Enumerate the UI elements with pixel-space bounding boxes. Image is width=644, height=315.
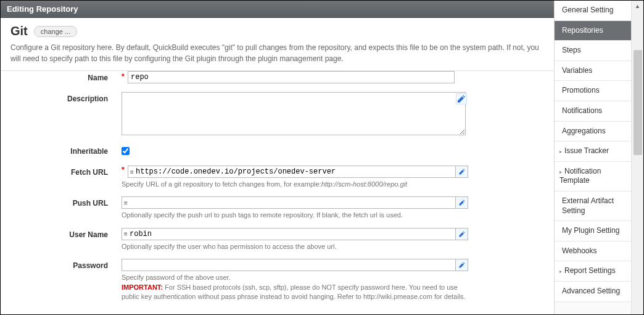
form-area: Name * Description	[1, 71, 554, 314]
edit-icon[interactable]	[456, 93, 467, 104]
repo-type-title: Git	[10, 24, 28, 38]
sidebar-item-advanced[interactable]: Advanced Setting	[555, 282, 631, 302]
edit-icon[interactable]	[456, 196, 468, 209]
sidebar-item-aggregations[interactable]: Aggregations	[555, 122, 631, 142]
sidebar-item-variables[interactable]: Variables	[555, 61, 631, 82]
edit-icon[interactable]	[456, 228, 468, 240]
push-url-label: Push URL	[1, 196, 117, 210]
sidebar-item-notifications[interactable]: Notifications	[555, 101, 631, 122]
scroll-up-icon[interactable]: ▲	[632, 1, 643, 12]
inheritable-label: Inheritable	[1, 145, 117, 158]
username-help: Optionally specify the user who has perm…	[122, 242, 467, 251]
sidebar-item-webhooks[interactable]: Webhooks	[555, 242, 631, 262]
sidebar-item-general[interactable]: General Setting	[555, 1, 631, 21]
sidebar-item-my-plugin[interactable]: My Plugin Setting	[555, 221, 631, 242]
sidebar-item-ext-artifact[interactable]: External Artifact Setting	[555, 191, 631, 221]
fetch-url-label: Fetch URL	[1, 166, 117, 179]
push-url-help: Optionally specify the push url to push …	[122, 211, 467, 220]
required-marker: *	[122, 166, 125, 174]
scrollbar-thumb[interactable]	[634, 50, 642, 155]
sidebar-item-steps[interactable]: Steps	[555, 41, 631, 61]
change-button[interactable]: change ...	[34, 26, 77, 37]
menu-icon: ≡	[128, 166, 136, 177]
sidebar-item-issue-tracker[interactable]: Issue Tracker	[555, 141, 631, 162]
sidebar: General SettingRepositoriesStepsVariable…	[554, 1, 631, 314]
menu-icon: ≡	[122, 197, 130, 208]
sidebar-item-repositories[interactable]: Repositories	[555, 21, 631, 41]
config-description: Configure a Git repository here. By defa…	[1, 42, 554, 71]
panel-header: Editing Repository	[1, 1, 554, 18]
sidebar-item-notif-template[interactable]: Notification Template	[555, 162, 631, 191]
scrollbar[interactable]: ▲	[631, 1, 643, 314]
username-input[interactable]	[130, 229, 455, 240]
password-label: Password	[1, 259, 117, 272]
inheritable-checkbox[interactable]	[122, 147, 130, 155]
sidebar-item-report-settings[interactable]: Report Settings	[555, 261, 631, 282]
username-label: User Name	[1, 228, 117, 242]
required-marker: *	[122, 72, 125, 81]
fetch-url-help: Specify URL of a git repository to fetch…	[122, 180, 467, 189]
name-label: Name	[1, 71, 117, 85]
sidebar-item-promotions[interactable]: Promotions	[555, 81, 631, 101]
name-input[interactable]	[128, 71, 455, 83]
password-help: Specify password of the above user. IMPO…	[122, 273, 467, 301]
password-input[interactable]	[122, 259, 456, 271]
fetch-url-input[interactable]	[136, 166, 455, 177]
edit-icon[interactable]	[456, 166, 468, 178]
menu-icon: ≡	[122, 229, 130, 240]
description-textarea[interactable]	[122, 92, 466, 135]
push-url-input[interactable]	[130, 197, 455, 208]
edit-icon[interactable]	[456, 259, 468, 271]
description-label: Description	[1, 92, 117, 106]
